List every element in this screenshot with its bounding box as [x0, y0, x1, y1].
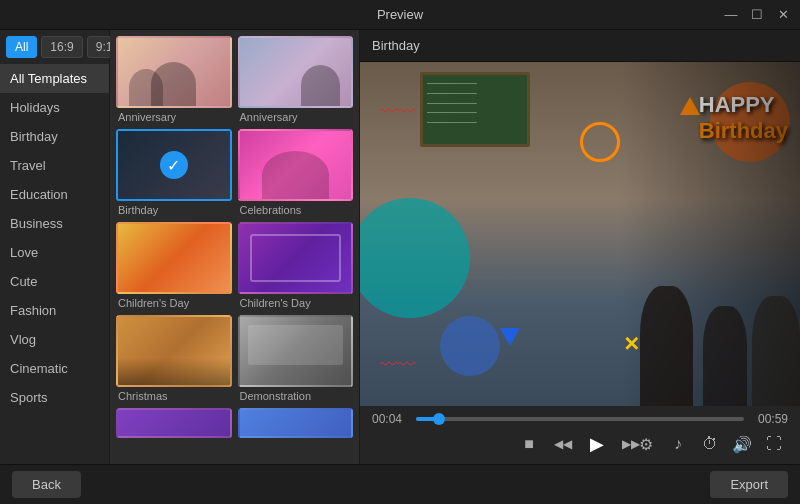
- template-label-demonstration: Demonstration: [238, 390, 354, 402]
- aspect-ratio-tabs: All 16:9 9:16: [0, 30, 109, 58]
- template-item-anniversary2[interactable]: Anniversary: [238, 36, 354, 123]
- music-button[interactable]: ♪: [664, 430, 692, 458]
- template-item-childrens1[interactable]: Children's Day: [116, 222, 232, 309]
- stop-button[interactable]: ■: [515, 430, 543, 458]
- selected-checkmark: ✓: [160, 151, 188, 179]
- app-title: Preview: [377, 7, 423, 22]
- window-controls: — ☐ ✕: [722, 7, 792, 22]
- template-label-celebrations: Celebrations: [238, 204, 354, 216]
- play-icon: ▶: [590, 433, 604, 455]
- fullscreen-button[interactable]: ⛶: [760, 430, 788, 458]
- chalkboard: ────────────────────────────────────────…: [420, 72, 530, 147]
- template-thumb-demonstration: [238, 315, 354, 387]
- thumb-inner-more2: [240, 410, 352, 436]
- wave-red-bottom: 〰〰: [380, 355, 416, 376]
- template-thumb-more1: [116, 408, 232, 438]
- template-item-more2[interactable]: [238, 408, 354, 441]
- category-menu: All Templates Holidays Birthday Travel E…: [0, 64, 109, 464]
- preview-area: Birthday ───────────────────────────────…: [360, 30, 800, 464]
- preview-title: Birthday: [360, 30, 800, 62]
- play-button[interactable]: ▶: [583, 430, 611, 458]
- silhouette2: [129, 69, 162, 106]
- sidebar: All 16:9 9:16 All Templates Holidays Bir…: [0, 30, 110, 464]
- template-thumb-more2: [238, 408, 354, 438]
- bottom-bar: Back Export: [0, 464, 800, 504]
- sidebar-item-vlog[interactable]: Vlog: [0, 325, 109, 354]
- template-thumb-anniversary2: [238, 36, 354, 108]
- controls-row: ■ ◀◀ ▶ ▶▶ ⚙ ♪ ⏱: [372, 430, 788, 458]
- minimize-button[interactable]: —: [722, 7, 740, 22]
- tab-all[interactable]: All: [6, 36, 37, 58]
- template-item-birthday[interactable]: ✓ Birthday: [116, 129, 232, 216]
- sidebar-item-birthday[interactable]: Birthday: [0, 122, 109, 151]
- template-item-demonstration[interactable]: Demonstration: [238, 315, 354, 402]
- back-button[interactable]: Back: [12, 471, 81, 498]
- wave-red-top: 〰〰: [380, 102, 416, 123]
- chalkboard-text: ────────────────────────────────────────…: [423, 75, 527, 132]
- sidebar-item-fashion[interactable]: Fashion: [0, 296, 109, 325]
- sidebar-item-business[interactable]: Business: [0, 209, 109, 238]
- person2: [703, 306, 747, 406]
- right-controls: ⚙ ♪ ⏱ 🔊 ⛶: [632, 430, 788, 458]
- preview-video: ────────────────────────────────────────…: [360, 62, 800, 406]
- settings-button[interactable]: ⚙: [632, 430, 660, 458]
- total-time: 00:59: [752, 412, 788, 426]
- progress-thumb: [433, 413, 445, 425]
- template-item-childrens2[interactable]: Children's Day: [238, 222, 354, 309]
- template-thumb-christmas: [116, 315, 232, 387]
- progress-track[interactable]: [416, 417, 744, 421]
- music-icon: ♪: [674, 435, 682, 453]
- close-button[interactable]: ✕: [774, 7, 792, 22]
- maximize-button[interactable]: ☐: [748, 7, 766, 22]
- current-time: 00:04: [372, 412, 408, 426]
- prev-frame-icon: ◀◀: [554, 437, 572, 451]
- thumb-inner-childrens1: [118, 224, 230, 292]
- thumb-inner-celebrations: [240, 131, 352, 199]
- volume-button[interactable]: 🔊: [728, 430, 756, 458]
- thumb-inner-anniversary2: [240, 38, 352, 106]
- settings-icon: ⚙: [639, 435, 653, 454]
- template-thumb-celebrations: [238, 129, 354, 201]
- person3: [752, 296, 800, 406]
- sidebar-item-cute[interactable]: Cute: [0, 267, 109, 296]
- sidebar-item-sports[interactable]: Sports: [0, 383, 109, 412]
- template-item-christmas[interactable]: Christmas: [116, 315, 232, 402]
- people-overlay: [620, 62, 800, 406]
- clock-icon: ⏱: [702, 435, 718, 453]
- template-label-childrens1: Children's Day: [116, 297, 232, 309]
- template-thumb-childrens1: [116, 222, 232, 294]
- preview-background: ────────────────────────────────────────…: [360, 62, 800, 406]
- thumb-inner-demonstration: [240, 317, 352, 385]
- template-label-christmas: Christmas: [116, 390, 232, 402]
- sidebar-item-all-templates[interactable]: All Templates: [0, 64, 109, 93]
- template-label-childrens2: Children's Day: [238, 297, 354, 309]
- thumb-inner-christmas: [118, 317, 230, 385]
- export-button[interactable]: Export: [710, 471, 788, 498]
- clock-button[interactable]: ⏱: [696, 430, 724, 458]
- template-item-celebrations[interactable]: Celebrations: [238, 129, 354, 216]
- sidebar-item-cinematic[interactable]: Cinematic: [0, 354, 109, 383]
- template-thumb-childrens2: [238, 222, 354, 294]
- triangle-blue: [500, 328, 520, 346]
- playback-bar: 00:04 00:59 ■ ◀◀ ▶ ▶▶: [360, 406, 800, 464]
- sidebar-item-love[interactable]: Love: [0, 238, 109, 267]
- circle-blue: [440, 316, 500, 376]
- sidebar-item-holidays[interactable]: Holidays: [0, 93, 109, 122]
- progress-row: 00:04 00:59: [372, 412, 788, 426]
- thumb-inner-more1: [118, 410, 230, 436]
- sidebar-item-education[interactable]: Education: [0, 180, 109, 209]
- template-label-anniversary1: Anniversary: [116, 111, 232, 123]
- template-thumb-birthday: ✓: [116, 129, 232, 201]
- fullscreen-icon: ⛶: [766, 435, 782, 453]
- templates-area: Anniversary Anniversary ✓: [110, 30, 360, 464]
- template-thumb-anniversary1: [116, 36, 232, 108]
- template-item-more1[interactable]: [116, 408, 232, 441]
- circle-outline: [580, 122, 620, 162]
- template-item-anniversary1[interactable]: Anniversary: [116, 36, 232, 123]
- thumb-inner-birthday: ✓: [118, 131, 230, 199]
- volume-icon: 🔊: [732, 435, 752, 454]
- sidebar-item-travel[interactable]: Travel: [0, 151, 109, 180]
- prev-frame-button[interactable]: ◀◀: [549, 430, 577, 458]
- template-label-anniversary2: Anniversary: [238, 111, 354, 123]
- tab-16-9[interactable]: 16:9: [41, 36, 82, 58]
